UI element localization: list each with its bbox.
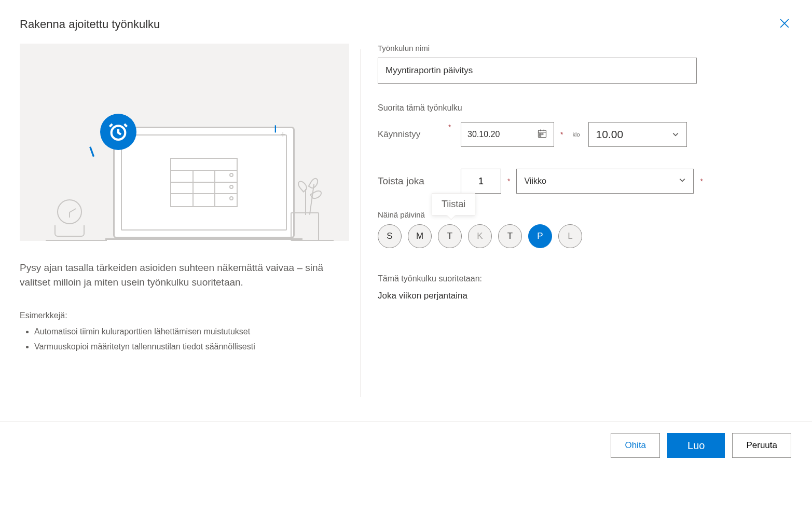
svg-rect-4 [540,135,541,137]
day-monday[interactable]: M [408,224,432,248]
summary-label: Tämä työnkulku suoritetaan: [378,274,791,283]
vertical-divider [360,49,361,397]
svg-rect-2 [540,133,541,135]
start-date-value: 30.10.20 [467,130,500,139]
cancel-button[interactable]: Peruuta [732,433,791,458]
days-selector: Tiistai S M T K T P L [378,224,791,248]
run-section-label: Suorita tämä työnkulku [378,103,791,113]
repeat-count-input[interactable] [461,169,501,194]
day-wednesday[interactable]: K [468,224,492,248]
flow-name-input[interactable] [378,58,697,84]
close-button[interactable] [778,16,791,33]
start-time-select[interactable]: 10.00 [588,122,687,147]
repeat-unit-value: Viikko [524,177,546,186]
svg-rect-3 [542,133,543,135]
day-friday[interactable]: P [528,224,552,248]
description-text: Pysy ajan tasalla tärkeiden asioiden suh… [20,261,349,289]
close-icon [780,18,789,31]
flow-name-label: Työnkulun nimi [378,44,791,52]
examples-list: Automatisoi tiimin kuluraporttien lähett… [20,324,349,355]
chevron-down-icon [672,128,679,141]
summary-text: Joka viikon perjantaina [378,291,791,301]
alarm-clock-icon [100,114,136,150]
skip-button[interactable]: Ohita [611,433,660,458]
footer-divider [0,421,812,422]
start-label: Käynnistyy [378,129,456,140]
required-indicator: * [560,130,563,139]
day-thursday[interactable]: T [498,224,522,248]
required-indicator: * [507,177,510,185]
start-time-value: 10.00 [596,128,624,141]
create-button[interactable]: Luo [667,433,725,458]
plant-icon [284,184,326,241]
repeat-unit-select[interactable]: Viikko [516,169,694,194]
day-tuesday[interactable]: T [438,224,462,248]
dialog-title: Rakenna ajoitettu työnkulku [20,18,160,31]
required-indicator: * [700,177,703,185]
day-sunday[interactable]: S [378,224,402,248]
examples-label: Esimerkkejä: [20,311,349,320]
day-tooltip: Tiistai [432,193,475,215]
at-label: klo [572,131,580,138]
example-item: Varmuuskopioi määritetyn tallennustilan … [34,340,349,355]
laptop-icon [113,127,295,241]
repeat-label: Toista joka [378,175,456,187]
illustration: ❙ ❙ + [20,44,349,241]
day-saturday[interactable]: L [558,224,582,248]
calendar-icon [537,128,547,141]
example-item: Automatisoi tiimin kuluraporttien lähett… [34,324,349,340]
start-date-picker[interactable]: 30.10.20 [461,122,554,147]
chevron-down-icon [679,177,686,186]
clock-icon [57,199,86,241]
